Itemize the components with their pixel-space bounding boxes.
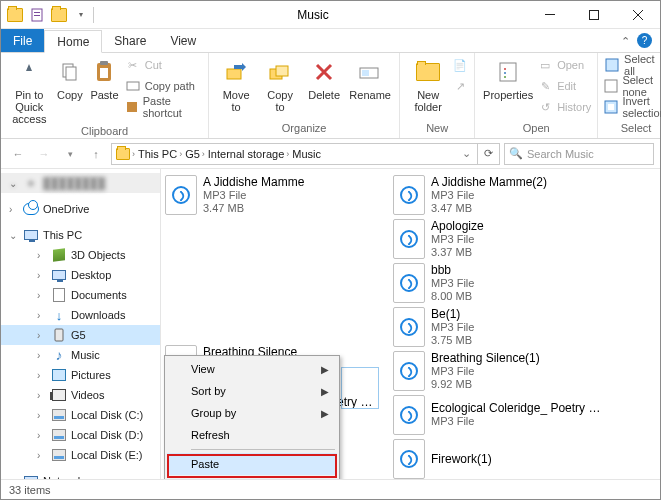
sidebar-item-3d-objects[interactable]: ›3D Objects xyxy=(1,245,160,265)
move-to-icon xyxy=(221,57,251,87)
pin-to-quick-access-button[interactable]: Pin to Quick access xyxy=(7,55,52,125)
properties-qat-icon[interactable] xyxy=(29,7,45,23)
file-name: Firework(1) xyxy=(431,453,492,466)
help-icon[interactable]: ? xyxy=(637,33,652,48)
file-name: bbb xyxy=(431,264,474,277)
address-folder-icon xyxy=(116,148,130,160)
edit-button[interactable]: ✎Edit xyxy=(537,76,591,96)
ctx-refresh[interactable]: Refresh xyxy=(167,424,337,446)
qat-dropdown-icon[interactable]: ▾ xyxy=(73,7,89,23)
properties-button[interactable]: Properties xyxy=(481,55,535,101)
properties-icon xyxy=(493,57,523,87)
address-dropdown-icon[interactable]: ⌄ xyxy=(462,147,475,160)
ctx-view[interactable]: View▶ xyxy=(167,358,337,380)
group-organize: Move to Copy to Delete Rename Organize xyxy=(209,53,400,138)
rename-button[interactable]: Rename xyxy=(347,55,393,101)
up-button[interactable]: ↑ xyxy=(85,143,107,165)
file-item[interactable]: Breathing Silence(1)MP3 File9.92 MB xyxy=(393,351,607,391)
tab-home[interactable]: Home xyxy=(44,30,102,53)
file-item[interactable]: bbbMP3 File8.00 MB xyxy=(393,263,607,303)
file-item[interactable]: A Jiddishe Mamme(2)MP3 File3.47 MB xyxy=(393,175,607,215)
sidebar-item-documents[interactable]: ›Documents xyxy=(1,285,160,305)
file-type: MP3 File xyxy=(431,233,484,246)
address-bar[interactable]: ›This PC ›G5 ›Internal storage ›Music ⌄ … xyxy=(111,143,500,165)
tab-share[interactable]: Share xyxy=(102,29,158,52)
svg-rect-6 xyxy=(66,67,76,80)
delete-button[interactable]: Delete xyxy=(303,55,345,101)
file-item[interactable]: Be(1)MP3 File3.75 MB xyxy=(393,307,607,347)
ctx-paste-shortcut[interactable]: Paste shortcut xyxy=(167,475,337,479)
new-folder-icon xyxy=(413,57,443,87)
maximize-button[interactable] xyxy=(572,1,616,29)
move-to-button[interactable]: Move to xyxy=(215,55,257,113)
ctx-group-by[interactable]: Group by▶ xyxy=(167,402,337,424)
select-none-button[interactable]: Select none xyxy=(604,76,661,96)
history-button[interactable]: ↺History xyxy=(537,97,591,117)
new-folder-qat-icon[interactable] xyxy=(51,7,67,23)
new-item-button[interactable]: 📄 xyxy=(452,55,468,75)
sidebar-item-local-disk-d[interactable]: ›Local Disk (D:) xyxy=(1,425,160,445)
disk-icon xyxy=(51,427,67,443)
minimize-ribbon-icon[interactable]: ⌃ xyxy=(621,35,630,48)
close-button[interactable] xyxy=(616,1,660,29)
cut-button[interactable]: ✂Cut xyxy=(125,55,202,75)
app-icon xyxy=(7,7,23,23)
sidebar-item-this-pc[interactable]: ⌄This PC xyxy=(1,225,160,245)
copy-button[interactable]: Copy xyxy=(54,55,87,101)
file-item[interactable]: Ecological Coleridge_ Poetry as Algorith… xyxy=(393,395,607,435)
search-box[interactable]: 🔍 Search Music xyxy=(504,143,654,165)
paste-button[interactable]: Paste xyxy=(88,55,121,101)
ctx-sort-by[interactable]: Sort by▶ xyxy=(167,380,337,402)
file-size: 9.92 MB xyxy=(431,378,540,391)
svg-rect-24 xyxy=(608,104,614,110)
recent-locations-button[interactable]: ▾ xyxy=(59,143,81,165)
tab-file[interactable]: File xyxy=(1,29,44,52)
paste-shortcut-button[interactable]: Paste shortcut xyxy=(125,97,202,117)
file-size: 8.00 MB xyxy=(431,290,474,303)
svg-rect-4 xyxy=(590,10,599,19)
svg-rect-8 xyxy=(100,61,108,65)
search-placeholder: Search Music xyxy=(527,148,594,160)
refresh-button[interactable]: ⟳ xyxy=(477,144,499,164)
sidebar-item-desktop[interactable]: ›Desktop xyxy=(1,265,160,285)
file-name: A Jiddishe Mamme(2) xyxy=(431,176,547,189)
sidebar-item-music[interactable]: ›♪Music xyxy=(1,345,160,365)
file-item[interactable]: Firework(1) xyxy=(393,439,607,479)
window-controls xyxy=(528,1,660,29)
minimize-button[interactable] xyxy=(528,1,572,29)
tab-view[interactable]: View xyxy=(158,29,208,52)
file-item[interactable]: ApologizeMP3 File3.37 MB xyxy=(393,219,607,259)
file-placeholder xyxy=(165,219,379,247)
sidebar-item-network[interactable]: ›Network xyxy=(1,471,160,479)
file-name: Apologize xyxy=(431,220,484,233)
copy-path-button[interactable]: Copy path xyxy=(125,76,202,96)
open-button[interactable]: ▭Open xyxy=(537,55,591,75)
breadcrumb-music[interactable]: Music xyxy=(292,148,321,160)
new-item-icon: 📄 xyxy=(452,57,468,73)
sidebar-item-g5[interactable]: ›G5 xyxy=(1,325,160,345)
sidebar-item-local-disk-c[interactable]: ›Local Disk (C:) xyxy=(1,405,160,425)
sidebar-item-downloads[interactable]: ›↓Downloads xyxy=(1,305,160,325)
select-all-button[interactable]: Select all xyxy=(604,55,661,75)
sidebar-item-quick-access[interactable]: ⌄★████████ xyxy=(1,173,160,193)
breadcrumb-this-pc[interactable]: This PC xyxy=(138,148,177,160)
svg-rect-10 xyxy=(127,82,139,90)
file-name: Breathing Silence(1) xyxy=(431,352,540,365)
easy-access-button[interactable]: ↗ xyxy=(452,76,468,96)
invert-selection-button[interactable]: Invert selection xyxy=(604,97,661,117)
new-folder-button[interactable]: New folder xyxy=(406,55,450,113)
forward-button[interactable]: → xyxy=(33,143,55,165)
sidebar-item-videos[interactable]: ›Videos xyxy=(1,385,160,405)
back-button[interactable]: ← xyxy=(7,143,29,165)
copy-to-button[interactable]: Copy to xyxy=(259,55,301,113)
ctx-paste[interactable]: Paste xyxy=(167,453,337,475)
pin-icon xyxy=(14,57,44,87)
sidebar-item-local-disk-e[interactable]: ›Local Disk (E:) xyxy=(1,445,160,465)
breadcrumb-internal-storage[interactable]: Internal storage xyxy=(208,148,284,160)
sidebar-item-pictures[interactable]: ›Pictures xyxy=(1,365,160,385)
sidebar-item-onedrive[interactable]: ›OneDrive xyxy=(1,199,160,219)
svg-rect-2 xyxy=(34,15,40,16)
file-type: MP3 File xyxy=(431,189,547,202)
file-item[interactable]: A Jiddishe MammeMP3 File3.47 MB xyxy=(165,175,379,215)
breadcrumb-g5[interactable]: G5 xyxy=(185,148,200,160)
